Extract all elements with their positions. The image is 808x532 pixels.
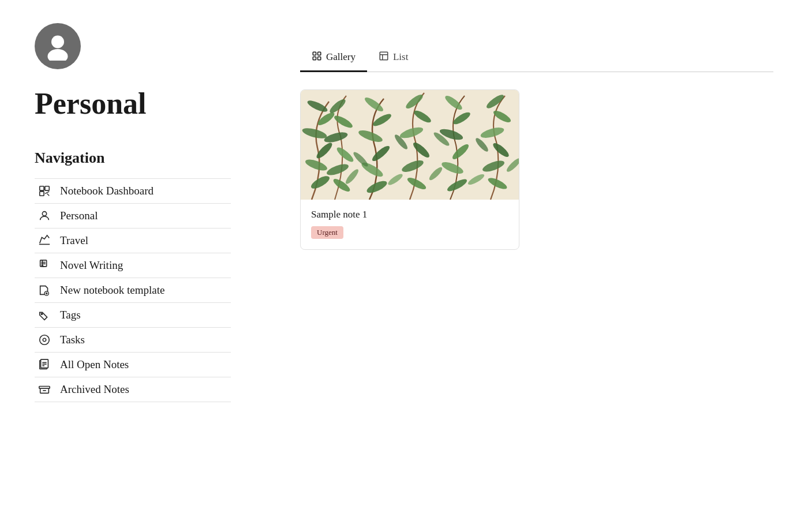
personal-icon <box>37 209 52 222</box>
svg-rect-23 <box>39 387 50 389</box>
gallery-grid: Sample note 1 Urgent <box>300 89 773 250</box>
notebook-dashboard-icon <box>37 185 52 197</box>
tab-gallery[interactable]: Gallery <box>300 46 367 72</box>
tab-list[interactable]: List <box>367 46 420 72</box>
note-card[interactable]: Sample note 1 Urgent <box>300 89 519 250</box>
sidebar-label-tasks: Tasks <box>60 334 85 346</box>
svg-rect-28 <box>318 57 321 60</box>
novel-writing-icon <box>37 259 52 272</box>
sidebar-item-tasks[interactable]: Tasks <box>35 328 231 353</box>
svg-rect-29 <box>380 52 388 60</box>
nav-heading: Navigation <box>35 149 231 167</box>
svg-point-17 <box>43 338 46 342</box>
tags-icon <box>37 309 52 321</box>
svg-rect-27 <box>313 57 316 60</box>
sidebar-item-personal[interactable]: Personal <box>35 204 231 228</box>
sidebar: Personal Navigation Notebook Dashboard <box>0 0 265 532</box>
note-card-image <box>301 90 519 200</box>
new-notebook-template-icon <box>37 284 52 297</box>
svg-rect-25 <box>313 52 316 55</box>
sidebar-label-archived-notes: Archived Notes <box>60 383 129 396</box>
sidebar-item-tags[interactable]: Tags <box>35 303 231 328</box>
archived-notes-icon <box>37 383 52 396</box>
svg-rect-26 <box>318 52 321 55</box>
tab-gallery-label: Gallery <box>326 51 356 63</box>
sidebar-item-travel[interactable]: Travel <box>35 228 231 253</box>
page-title: Personal <box>35 87 231 121</box>
tasks-icon <box>37 334 52 346</box>
svg-point-16 <box>40 335 50 345</box>
note-tag-urgent[interactable]: Urgent <box>311 226 343 239</box>
all-open-notes-icon <box>37 358 52 371</box>
sidebar-item-notebook-dashboard[interactable]: Notebook Dashboard <box>35 178 231 204</box>
svg-rect-19 <box>41 359 48 368</box>
page-layout: Personal Navigation Notebook Dashboard <box>0 0 808 532</box>
svg-rect-4 <box>40 192 44 196</box>
sidebar-item-novel-writing[interactable]: Novel Writing <box>35 253 231 278</box>
sidebar-label-notebook-dashboard: Notebook Dashboard <box>60 185 154 197</box>
svg-rect-3 <box>45 186 49 190</box>
sidebar-label-novel-writing: Novel Writing <box>60 259 123 272</box>
svg-point-0 <box>51 36 64 48</box>
sidebar-item-new-notebook-template[interactable]: New notebook template <box>35 278 231 303</box>
svg-point-1 <box>48 49 68 61</box>
sidebar-item-archived-notes[interactable]: Archived Notes <box>35 377 231 402</box>
sidebar-label-personal: Personal <box>60 209 98 222</box>
nav-list: Notebook Dashboard Personal <box>35 178 231 402</box>
sidebar-label-tags: Tags <box>60 309 81 321</box>
main-content: Gallery List <box>265 0 808 532</box>
travel-icon <box>37 234 52 247</box>
sidebar-label-new-notebook-template: New notebook template <box>60 284 165 297</box>
tab-list-label: List <box>393 51 408 63</box>
avatar[interactable] <box>35 23 81 69</box>
list-icon <box>379 51 389 63</box>
sidebar-item-all-open-notes[interactable]: All Open Notes <box>35 353 231 377</box>
note-card-title: Sample note 1 <box>311 209 508 220</box>
gallery-icon <box>312 51 322 63</box>
view-tabs: Gallery List <box>300 46 773 72</box>
sidebar-label-travel: Travel <box>60 234 88 247</box>
note-card-body: Sample note 1 Urgent <box>301 200 519 249</box>
avatar-area <box>35 23 231 69</box>
svg-rect-2 <box>40 186 44 190</box>
sidebar-label-all-open-notes: All Open Notes <box>60 358 129 371</box>
svg-point-5 <box>42 212 46 216</box>
avatar-icon <box>43 32 72 61</box>
svg-point-15 <box>41 313 42 314</box>
